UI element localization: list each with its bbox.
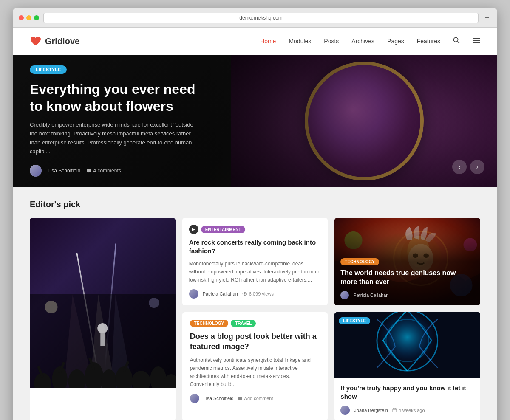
- svg-point-27: [244, 293, 245, 295]
- card-category-badge[interactable]: ENTERTAINMENT: [201, 226, 246, 233]
- logo-text: Gridlove: [45, 37, 79, 46]
- card-blog-comment[interactable]: Add comment: [238, 396, 273, 401]
- fireworks-title: If you're truly happy and you know it le…: [340, 384, 474, 401]
- fireworks-image: LIFESTYLE: [334, 312, 480, 378]
- card-blog-category-row: TECHNOLOGY TRAVEL: [190, 320, 320, 327]
- fireworks-date: 4 weeks ago: [392, 408, 425, 413]
- menu-icon[interactable]: [473, 37, 480, 45]
- svg-point-22: [97, 323, 108, 333]
- svg-point-25: [149, 298, 159, 308]
- hero-meta: Lisa Scholfield 4 comments: [30, 165, 480, 177]
- editors-pick-grid: ▶ ENTERTAINMENT Are rock concerts really…: [30, 218, 480, 420]
- hero-prev-button[interactable]: ‹: [452, 160, 467, 174]
- hero-category-badge[interactable]: LIFESTYLE: [30, 65, 67, 74]
- nav-features[interactable]: Features: [417, 38, 440, 45]
- card-blog-title: Does a blog post look better with a feat…: [190, 331, 320, 352]
- logo-icon: [30, 35, 42, 47]
- card-truly-happy: LIFESTYLE If you're truly happy and you …: [334, 312, 480, 420]
- maximize-dot[interactable]: [34, 15, 39, 20]
- card-rock-concerts: ▶ ENTERTAINMENT Are rock concerts really…: [182, 218, 328, 305]
- fireworks-lifestyle-badge[interactable]: LIFESTYLE: [339, 317, 370, 324]
- card-true-geniuses: TECHNOLOGY The world needs true geniuses…: [334, 218, 480, 305]
- editors-pick-title: Editor's pick: [30, 200, 480, 209]
- hero-content: LIFESTYLE Everything you ever need to kn…: [13, 55, 497, 187]
- card-tech-badge[interactable]: TECHNOLOGY: [190, 320, 229, 327]
- svg-line-1: [458, 42, 460, 44]
- hero-section: LIFESTYLE Everything you ever need to kn…: [13, 55, 497, 187]
- geniuses-meta: Patricia Callahan: [340, 291, 474, 299]
- svg-point-0: [454, 38, 458, 42]
- hero-next-button[interactable]: ›: [470, 160, 484, 174]
- comment-icon: [238, 396, 243, 401]
- close-dot[interactable]: [19, 15, 24, 20]
- fireworks-category-row: LIFESTYLE: [339, 316, 370, 324]
- card-meta: Patricia Callahan 6,099 views: [189, 289, 321, 299]
- fireworks-avatar: [340, 406, 350, 415]
- card-blog-meta: Lisa Scholfield Add comment: [190, 394, 320, 403]
- fireworks-card-body: If you're truly happy and you know it le…: [334, 378, 480, 420]
- avatar-image: [30, 165, 42, 177]
- hero-author-name[interactable]: Lisa Scholfield: [48, 168, 80, 174]
- card-blog-post-body: TECHNOLOGY TRAVEL Does a blog post look …: [182, 312, 328, 411]
- nav-pages[interactable]: Pages: [387, 38, 404, 45]
- nav-archives[interactable]: Archives: [351, 38, 374, 45]
- svg-rect-42: [393, 409, 397, 412]
- card-blog-post-image: TECHNOLOGY TRAVEL Does a blog post look …: [182, 312, 328, 420]
- calendar-icon: [392, 408, 397, 412]
- card-blog-author: Lisa Scholfield: [204, 396, 234, 401]
- nav-home[interactable]: Home: [260, 38, 276, 45]
- nav-posts[interactable]: Posts: [324, 38, 339, 45]
- geniuses-avatar: [340, 291, 349, 299]
- svg-point-24: [45, 301, 57, 313]
- hero-author-avatar: [30, 165, 42, 177]
- card-description: Monotonectally pursue backward-compatibl…: [189, 260, 321, 285]
- browser-dots: [19, 15, 39, 20]
- browser-window: demo.mekshq.com + Gridlove Home Modules …: [13, 8, 497, 420]
- main-content: Editor's pick: [13, 187, 497, 420]
- nav-modules[interactable]: Modules: [289, 38, 311, 45]
- card-blog-desc: Authoritatively pontificate synergistic …: [190, 356, 320, 389]
- hero-comments: 4 comments: [86, 168, 121, 174]
- card-rock-concerts-body: ▶ ENTERTAINMENT Are rock concerts really…: [182, 218, 328, 305]
- play-icon: ▶: [189, 225, 198, 234]
- main-nav: Home Modules Posts Archives Pages Featur…: [260, 37, 480, 45]
- card-category-row: ▶ ENTERTAINMENT: [189, 225, 321, 234]
- card-travel-badge[interactable]: TRAVEL: [231, 320, 256, 327]
- eye-icon: [242, 292, 247, 296]
- hero-nav-buttons: ‹ ›: [452, 160, 484, 174]
- site-header: Gridlove Home Modules Posts Archives Pag…: [13, 28, 497, 55]
- card-views: 6,099 views: [242, 291, 274, 296]
- card-author-avatar: [189, 289, 198, 299]
- geniuses-content: TECHNOLOGY The world needs true geniuses…: [334, 251, 480, 305]
- comment-icon: [86, 168, 91, 173]
- fireworks-meta: Joana Bergstein 4 weeks ago: [340, 406, 474, 415]
- hero-description: Credibly empower enterprise wide mindsha…: [30, 121, 200, 156]
- fireworks-author: Joana Bergstein: [354, 408, 388, 413]
- svg-rect-23: [100, 333, 105, 346]
- card-blog-avatar: [190, 394, 199, 403]
- concert-crowd-svg: [30, 294, 176, 388]
- browser-chrome: demo.mekshq.com +: [13, 8, 497, 28]
- minimize-dot[interactable]: [26, 15, 31, 20]
- card-author-name: Patricia Callahan: [203, 291, 238, 296]
- card-title: Are rock concerts really coming back int…: [189, 238, 321, 256]
- geniuses-author: Patricia Callahan: [353, 293, 388, 298]
- new-tab-button[interactable]: +: [483, 14, 491, 22]
- geniuses-category-row: TECHNOLOGY: [340, 257, 474, 265]
- geniuses-title: The world needs true geniuses now more t…: [340, 268, 474, 287]
- concert-image: [30, 218, 176, 388]
- search-icon[interactable]: [453, 37, 460, 45]
- geniuses-category-badge[interactable]: TECHNOLOGY: [340, 258, 379, 265]
- address-bar[interactable]: demo.mekshq.com: [43, 13, 479, 23]
- card-concert: [30, 218, 176, 420]
- hero-title: Everything you ever need to know about f…: [30, 81, 208, 115]
- site-logo[interactable]: Gridlove: [30, 35, 79, 47]
